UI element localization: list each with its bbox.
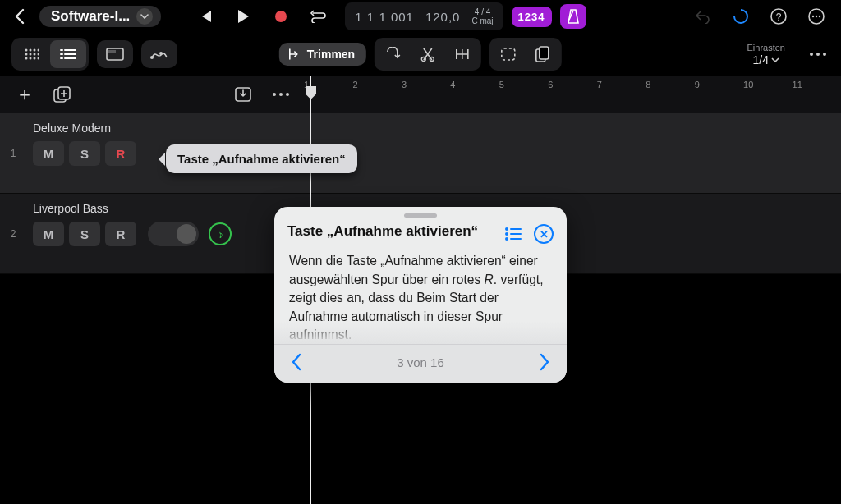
- snap-label: Einrasten: [747, 43, 785, 53]
- track-index: 1: [0, 113, 26, 193]
- record-enable-button[interactable]: R: [105, 222, 136, 246]
- prev-tip-button[interactable]: [291, 353, 302, 371]
- svg-rect-32: [502, 48, 515, 60]
- position-display: 1 1 1 001: [355, 10, 414, 24]
- svg-point-48: [506, 238, 508, 240]
- undo-button[interactable]: [692, 5, 715, 28]
- solo-button[interactable]: S: [69, 141, 100, 166]
- svg-point-8: [25, 49, 28, 52]
- trim-label: Trimmen: [307, 48, 355, 61]
- progress-ring-icon[interactable]: [729, 5, 752, 28]
- ruler-bar: 11: [793, 80, 841, 89]
- view-mode-group: [11, 38, 89, 71]
- svg-point-35: [810, 53, 813, 56]
- ruler-bar: 2: [352, 80, 401, 89]
- svg-rect-27: [108, 50, 116, 53]
- popover-body: Wenn die Taste „Aufnahme aktivieren“ ein…: [274, 252, 567, 344]
- play-button[interactable]: [232, 5, 255, 28]
- svg-point-46: [506, 233, 508, 235]
- metronome-button[interactable]: [560, 4, 586, 29]
- signature-display: 4 / 4 C maj: [471, 7, 493, 26]
- svg-point-28: [150, 56, 154, 59]
- svg-point-12: [25, 53, 28, 56]
- record-button[interactable]: [269, 5, 292, 28]
- svg-point-29: [159, 52, 163, 55]
- duplicate-track-button[interactable]: [51, 83, 74, 106]
- svg-point-10: [34, 49, 36, 52]
- trim-icon: [287, 48, 301, 61]
- svg-point-42: [279, 93, 283, 96]
- region-view-button[interactable]: [97, 40, 133, 68]
- lcd-display[interactable]: 1 1 1 001 120,0 4 / 4 C maj: [345, 2, 503, 30]
- ruler-bar: 4: [450, 80, 499, 89]
- chevron-down-icon: [136, 8, 153, 25]
- track-row[interactable]: 1 Deluxe Modern M S R: [0, 113, 841, 194]
- popover-page: 3 von 16: [397, 355, 444, 369]
- track-index: 2: [0, 194, 26, 273]
- timeline-ruler[interactable]: 1234567891011: [304, 76, 841, 113]
- svg-point-16: [25, 57, 28, 60]
- track-name[interactable]: Liverpool Bass: [33, 202, 297, 215]
- ruler-bar: 7: [597, 80, 646, 89]
- svg-point-9: [30, 49, 32, 52]
- list-icon[interactable]: [504, 227, 522, 241]
- back-button[interactable]: [8, 5, 31, 28]
- import-button[interactable]: [232, 83, 255, 106]
- next-tip-button[interactable]: [539, 353, 550, 371]
- loop-tool-button[interactable]: [377, 40, 410, 68]
- svg-point-11: [38, 49, 40, 52]
- svg-point-43: [286, 93, 289, 96]
- more-button[interactable]: [805, 5, 828, 28]
- cycle-button[interactable]: [307, 5, 330, 28]
- ruler-bar: 9: [695, 80, 743, 89]
- svg-point-15: [38, 53, 40, 56]
- mute-button[interactable]: M: [33, 222, 64, 246]
- grid-view-button[interactable]: [14, 40, 50, 68]
- toolbar-more-button[interactable]: [807, 43, 830, 66]
- solo-button[interactable]: S: [69, 222, 100, 246]
- chevron-down-icon: [771, 57, 779, 63]
- close-button[interactable]: ✕: [534, 224, 554, 244]
- marquee-tool-button[interactable]: [492, 40, 525, 68]
- trim-tool-button[interactable]: Trimmen: [279, 43, 366, 66]
- record-enable-button[interactable]: R: [105, 141, 136, 166]
- tempo-display: 120,0: [425, 10, 461, 24]
- svg-point-36: [816, 53, 820, 56]
- drag-handle[interactable]: [404, 213, 437, 218]
- svg-point-1: [734, 10, 747, 23]
- svg-point-0: [275, 11, 287, 22]
- track-lane[interactable]: [304, 113, 841, 193]
- go-to-start-button[interactable]: [194, 5, 217, 28]
- svg-point-19: [38, 57, 40, 60]
- ruler-bar: 10: [743, 80, 792, 89]
- count-in-button[interactable]: 1234: [512, 7, 552, 27]
- project-title: Software-I...: [51, 8, 130, 25]
- ruler-bar: 8: [646, 80, 694, 89]
- svg-point-44: [506, 228, 508, 230]
- popover-title: Taste „Aufnahme aktivieren“: [287, 222, 496, 240]
- svg-point-7: [819, 16, 820, 17]
- snap-value: 1/4: [753, 53, 769, 66]
- help-button[interactable]: ?: [767, 5, 790, 28]
- project-title-pill[interactable]: Software-I...: [39, 6, 161, 27]
- stretch-tool-button[interactable]: [446, 40, 479, 68]
- svg-point-17: [30, 57, 32, 60]
- svg-point-37: [823, 53, 826, 56]
- track-name[interactable]: Deluxe Modern: [33, 121, 297, 135]
- snap-setting[interactable]: Einrasten 1/4: [747, 43, 785, 66]
- svg-point-18: [34, 57, 36, 60]
- split-tool-button[interactable]: [411, 40, 444, 68]
- help-tooltip: Taste „Aufnahme aktivieren“: [166, 144, 357, 173]
- add-track-button[interactable]: ＋: [13, 83, 36, 106]
- ruler-bar: 5: [499, 80, 548, 89]
- list-view-button[interactable]: [50, 40, 86, 68]
- input-icon[interactable]: ♪: [205, 219, 235, 249]
- automation-view-button[interactable]: [141, 40, 177, 68]
- copy-tool-button[interactable]: [526, 40, 559, 68]
- monitor-switch[interactable]: [148, 222, 199, 246]
- svg-point-5: [812, 16, 814, 17]
- tooltip-text: Taste „Aufnahme aktivieren“: [177, 152, 346, 166]
- svg-point-6: [816, 16, 817, 17]
- track-header-more-button[interactable]: [269, 83, 292, 106]
- mute-button[interactable]: M: [33, 141, 64, 166]
